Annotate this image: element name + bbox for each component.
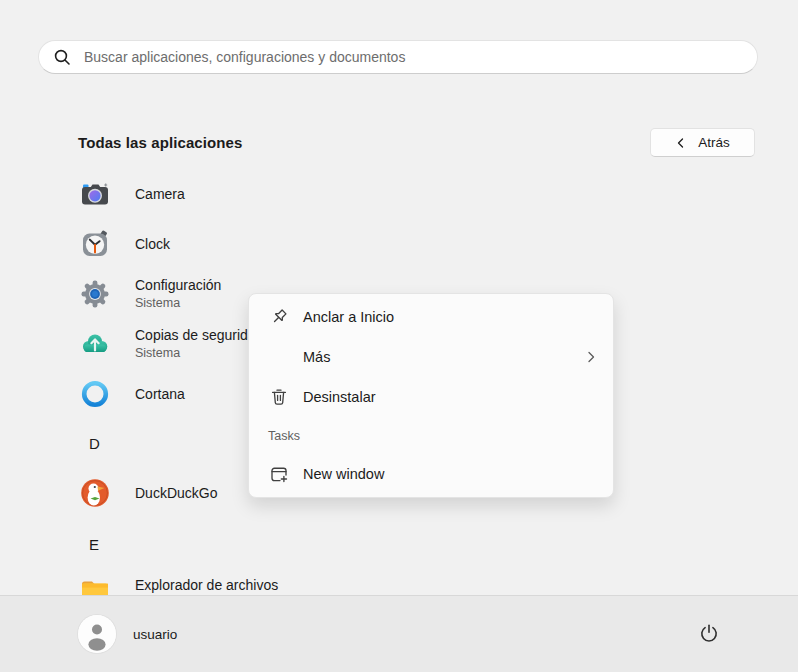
app-label: Explorador de archivos <box>135 578 278 592</box>
app-label: Clock <box>135 237 170 251</box>
user-name: usuario <box>133 627 177 642</box>
back-button[interactable]: Atrás <box>650 128 755 157</box>
chevron-left-icon <box>675 137 687 149</box>
cortana-icon <box>79 378 111 410</box>
menu-item-label: Anclar a Inicio <box>303 309 394 325</box>
duckduckgo-icon <box>79 477 111 509</box>
pin-icon <box>268 306 290 328</box>
footer-bar: usuario <box>0 595 798 672</box>
section-letter-e[interactable]: E <box>89 537 99 553</box>
app-label: Camera <box>135 187 185 201</box>
section-letter-d[interactable]: D <box>89 436 100 452</box>
user-button[interactable]: usuario <box>78 615 177 653</box>
search-bar[interactable] <box>38 40 758 74</box>
app-row-backup[interactable]: Copias de seguridad Sistema <box>79 328 263 360</box>
trash-icon <box>268 386 290 408</box>
back-button-label: Atrás <box>698 135 730 150</box>
app-row-settings[interactable]: Configuración Sistema <box>79 278 221 310</box>
menu-item-label: Desinstalar <box>303 389 376 405</box>
gear-icon <box>79 278 111 310</box>
power-icon <box>697 622 721 646</box>
new-window-icon <box>268 463 290 485</box>
avatar-icon <box>78 615 116 653</box>
app-label: Cortana <box>135 387 185 401</box>
app-label: Configuración <box>135 276 221 295</box>
app-label: Copias de seguridad <box>135 326 263 345</box>
context-menu: Anclar a Inicio Más Desinstalar Tasks <box>248 293 614 498</box>
power-button[interactable] <box>689 614 729 654</box>
menu-item-label: New window <box>303 466 384 482</box>
menu-item-new-window[interactable]: New window <box>249 454 613 494</box>
app-row-camera[interactable]: Camera <box>79 178 185 210</box>
app-subtitle: Sistema <box>135 295 221 312</box>
search-icon <box>53 48 71 66</box>
app-row-cortana[interactable]: Cortana <box>79 378 185 410</box>
search-input[interactable] <box>82 48 743 66</box>
menu-section-header-tasks: Tasks <box>249 417 613 454</box>
chevron-right-icon <box>583 349 599 365</box>
menu-item-more[interactable]: Más <box>249 337 613 377</box>
menu-item-uninstall[interactable]: Desinstalar <box>249 377 613 417</box>
menu-item-label: Más <box>303 349 330 365</box>
clock-icon <box>79 228 111 260</box>
page-title: Todas las aplicaciones <box>78 134 243 151</box>
app-row-duckduckgo[interactable]: DuckDuckGo <box>79 477 217 509</box>
menu-item-pin[interactable]: Anclar a Inicio <box>249 297 613 337</box>
app-row-clock[interactable]: Clock <box>79 228 170 260</box>
app-label: DuckDuckGo <box>135 486 217 500</box>
app-subtitle: Sistema <box>135 345 263 362</box>
cloud-backup-icon <box>79 328 111 360</box>
camera-icon <box>79 178 111 210</box>
